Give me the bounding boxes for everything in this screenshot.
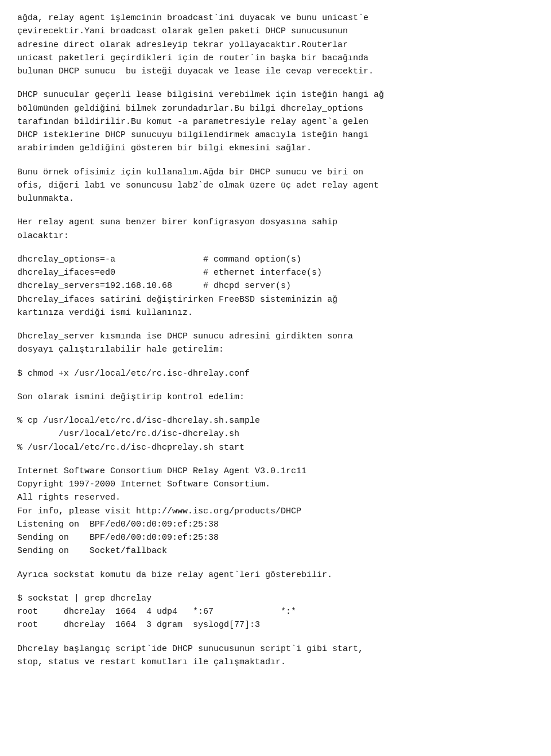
paragraph-9-commands: % cp /usr/local/etc/rc.d/isc-dhcrelay.sh… [17,414,534,454]
paragraph-2: DHCP sunucular geçerli lease bilgisini v… [17,88,534,155]
paragraph-3: Bunu örnek ofisimiz için kullanalım.Ağda… [17,166,534,206]
paragraph-8: Son olarak ismini değiştirip kontrol ede… [17,391,534,404]
paragraph-11: Ayrıca sockstat komutu da bize relay age… [17,568,534,582]
paragraph-13: Dhcrelay başlangıç script`ide DHCP sunuc… [17,642,534,669]
paragraph-5-code: dhcrelay_options=-a # command option(s) … [17,253,534,319]
paragraph-6: Dhcrelay_server kısmında ise DHCP sunucu… [17,330,534,357]
paragraph-12-sockstat: $ sockstat | grep dhcrelay root dhcrelay… [17,592,534,632]
paragraph-1: ağda, relay agent işlemcinin broadcast`i… [17,11,534,78]
paragraph-10-output: Internet Software Consortium DHCP Relay … [17,465,534,558]
paragraph-7-command: $ chmod +x /usr/local/etc/rc.isc-dhrelay… [17,367,534,380]
main-content: ağda, relay agent işlemcinin broadcast`i… [17,11,534,669]
paragraph-4: Her relay agent suna benzer birer konfig… [17,216,534,243]
